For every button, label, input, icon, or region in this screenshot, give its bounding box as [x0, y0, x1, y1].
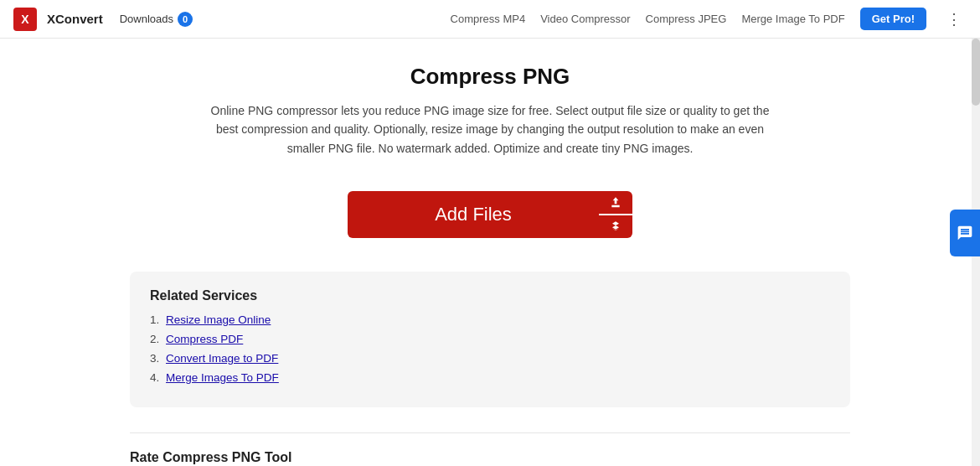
nav-link-compress-mp4[interactable]: Compress MP4	[451, 13, 526, 25]
nav-link-video-compressor[interactable]: Video Compressor	[540, 13, 630, 25]
upload-from-dropbox-button[interactable]	[599, 215, 632, 238]
related-link-merge-images-pdf[interactable]: Merge Images To PDF	[166, 371, 279, 384]
feedback-icon	[957, 225, 973, 241]
nav-link-merge-image-pdf[interactable]: Merge Image To PDF	[741, 13, 844, 25]
list-item: 2. Compress PDF	[150, 333, 830, 345]
nav-right: Compress MP4 Video Compressor Compress J…	[451, 8, 967, 30]
related-services-title: Related Services	[150, 288, 830, 303]
downloads-badge: 0	[178, 12, 193, 27]
related-link-resize-image[interactable]: Resize Image Online	[166, 313, 271, 326]
downloads-label: Downloads	[120, 13, 173, 25]
related-link-compress-pdf[interactable]: Compress PDF	[166, 333, 243, 345]
page-wrapper: Compress PNG Online PNG compressor lets …	[0, 39, 980, 466]
related-link-convert-image-pdf[interactable]: Convert Image to PDF	[166, 352, 278, 365]
downloads-button[interactable]: Downloads 0	[113, 8, 199, 30]
page-description: Online PNG compressor lets you reduce PN…	[205, 101, 775, 158]
rate-section: Rate Compress PNG Tool ★ ★ ★ ★ ★	[130, 432, 850, 466]
list-item: 3. Convert Image to PDF	[150, 352, 830, 365]
list-item: 1. Resize Image Online	[150, 313, 830, 326]
add-files-section: Add Files	[130, 191, 850, 238]
side-buttons	[599, 191, 632, 238]
upload-icon	[609, 196, 622, 210]
list-item: 4. Merge Images To PDF	[150, 371, 830, 384]
scrollbar-thumb[interactable]	[972, 39, 980, 106]
related-services-section: Related Services 1. Resize Image Online …	[130, 272, 850, 407]
logo-icon[interactable]: X	[13, 8, 37, 31]
upload-from-device-button[interactable]	[599, 191, 632, 214]
related-services-list: 1. Resize Image Online 2. Compress PDF 3…	[150, 313, 830, 384]
navbar: X XConvert Downloads 0 Compress MP4 Vide…	[0, 0, 980, 39]
page-title: Compress PNG	[130, 64, 850, 90]
nav-left: X XConvert Downloads 0	[13, 8, 199, 31]
logo-text: XConvert	[47, 12, 103, 26]
get-pro-button[interactable]: Get Pro!	[860, 8, 926, 30]
rate-title: Rate Compress PNG Tool	[130, 450, 850, 465]
more-menu-icon[interactable]: ⋮	[941, 8, 967, 30]
feedback-button[interactable]	[950, 210, 980, 256]
dropbox-icon	[609, 220, 622, 234]
add-files-button[interactable]: Add Files	[348, 191, 599, 238]
main-content: Compress PNG Online PNG compressor lets …	[113, 39, 867, 466]
nav-link-compress-jpeg[interactable]: Compress JPEG	[646, 13, 727, 25]
